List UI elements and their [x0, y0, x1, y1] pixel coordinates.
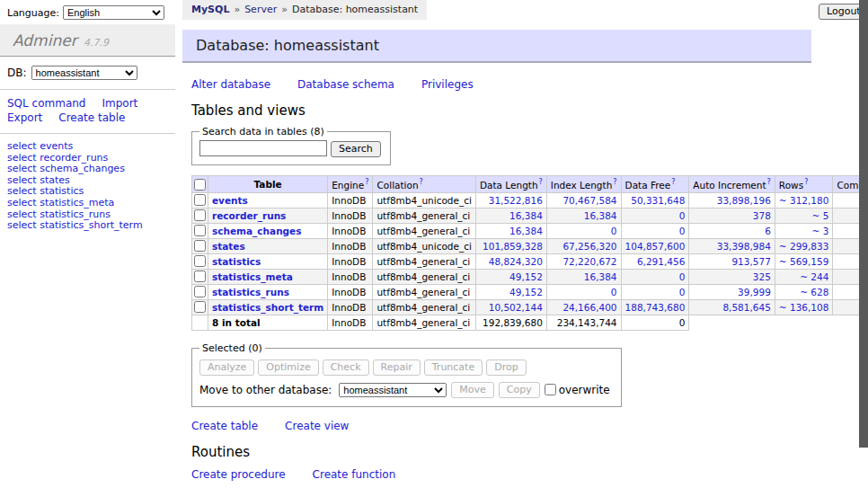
link-create-table[interactable]: Create table — [191, 420, 258, 432]
data-free-link[interactable]: 6,291,456 — [637, 256, 685, 267]
row-checkbox[interactable] — [194, 194, 206, 206]
overwrite-checkbox[interactable] — [545, 384, 556, 395]
link-create-procedure[interactable]: Create procedure — [191, 468, 286, 481]
breadcrumb-item-server[interactable]: Server — [244, 4, 277, 15]
table-link-statistics-meta[interactable]: statistics_meta — [212, 271, 293, 282]
data-length-link[interactable]: 101,859,328 — [483, 241, 543, 252]
rows-link[interactable]: ~ 628 — [800, 287, 828, 297]
data-length-link[interactable]: 49,152 — [509, 271, 543, 282]
data-length-link[interactable]: 31,522,816 — [489, 195, 543, 206]
table-link-events[interactable]: events — [212, 195, 248, 206]
bulk-optimize-button[interactable]: Optimize — [258, 359, 318, 376]
rows-link[interactable]: ~ 136,108 — [779, 302, 829, 313]
table-link-statistics-short-term[interactable]: statistics_short_term — [212, 302, 323, 313]
table-link-schema-changes[interactable]: schema_changes — [212, 226, 302, 236]
index-length-link[interactable]: 67,256,320 — [562, 241, 616, 252]
table-link-recorder-runs[interactable]: recorder_runs — [212, 210, 286, 221]
data-free-link[interactable]: 0 — [679, 210, 686, 221]
index-length-link[interactable]: 70,467,584 — [562, 195, 616, 206]
help-icon[interactable]: ? — [365, 178, 368, 186]
data-free-link[interactable]: 0 — [679, 287, 686, 297]
help-icon[interactable]: ? — [804, 178, 808, 186]
row-checkbox[interactable] — [194, 209, 206, 221]
row-checkbox[interactable] — [194, 301, 206, 313]
bulk-analyze-button[interactable]: Analyze — [199, 359, 254, 376]
scrollbar-thumb[interactable] — [859, 0, 868, 448]
data-length-link[interactable]: 10,502,144 — [489, 302, 543, 313]
rows-link[interactable]: ~ 244 — [800, 271, 828, 282]
select-all-checkbox[interactable] — [194, 179, 206, 191]
bulk-check-button[interactable]: Check — [323, 359, 369, 376]
subnav-privileges[interactable]: Privileges — [421, 78, 474, 91]
row-checkbox[interactable] — [194, 271, 206, 282]
sidebar-action-create-table[interactable]: Create table — [58, 111, 125, 124]
auto-increment-link[interactable]: 6 — [765, 226, 771, 236]
row-checkbox[interactable] — [194, 240, 206, 252]
move-button[interactable]: Move — [451, 382, 494, 398]
index-length-link[interactable]: 16,384 — [584, 271, 617, 282]
search-input[interactable] — [199, 140, 327, 156]
index-length-link[interactable]: 0 — [611, 226, 617, 236]
scrollbar[interactable] — [859, 0, 868, 488]
copy-button[interactable]: Copy — [499, 382, 540, 398]
table-link-statistics-runs[interactable]: statistics_runs — [212, 287, 289, 297]
data-free-link[interactable]: 50,331,648 — [631, 195, 685, 206]
table-link-statistics[interactable]: statistics — [212, 256, 261, 267]
rows-link[interactable]: ~ 299,833 — [779, 241, 829, 252]
subnav-database-schema[interactable]: Database schema — [297, 78, 394, 91]
row-checkbox[interactable] — [194, 255, 206, 267]
index-length-link[interactable]: 24,166,400 — [562, 302, 616, 313]
rows-link[interactable]: ~ 5 — [812, 210, 829, 221]
data-length-link[interactable]: 16,384 — [509, 226, 543, 236]
move-db-select[interactable]: homeassistant — [339, 383, 447, 397]
sidebar-action-import[interactable]: Import — [102, 97, 137, 110]
row-checkbox-cell — [192, 223, 208, 238]
index-length-link[interactable]: 16,384 — [584, 210, 617, 221]
auto-increment-link[interactable]: 39,999 — [738, 287, 771, 297]
rows-link[interactable]: ~ 312,180 — [779, 195, 829, 206]
sidebar-action-sql-command[interactable]: SQL command — [7, 97, 85, 110]
bulk-drop-button[interactable]: Drop — [486, 359, 526, 376]
help-icon[interactable]: ? — [539, 178, 543, 186]
auto-increment-link[interactable]: 325 — [753, 271, 771, 282]
auto-increment-link[interactable]: 378 — [753, 210, 771, 221]
row-checkbox[interactable] — [194, 286, 206, 297]
rows-link[interactable]: ~ 569,159 — [779, 256, 829, 267]
rows-link[interactable]: ~ 3 — [812, 226, 829, 236]
breadcrumb-item-mysql[interactable]: MySQL — [191, 4, 229, 15]
table-link-states[interactable]: states — [212, 241, 245, 252]
sidebar-action-export[interactable]: Export — [7, 111, 42, 124]
subnav-alter-database[interactable]: Alter database — [191, 78, 270, 91]
index-length-link[interactable]: 72,220,672 — [562, 256, 616, 267]
overwrite-label[interactable]: overwrite — [559, 384, 610, 396]
data-free-link[interactable]: 0 — [679, 271, 686, 282]
data-free-link[interactable]: 104,857,600 — [625, 241, 686, 252]
db-select[interactable]: homeassistant — [31, 66, 137, 80]
data-length-link[interactable]: 16,384 — [509, 210, 543, 221]
data-free-link[interactable]: 0 — [679, 226, 686, 236]
data-free-link[interactable]: 188,743,680 — [625, 302, 686, 313]
sidebar-item-select-statistics-short-term[interactable]: select statistics_short_term — [7, 220, 175, 232]
auto-increment-link[interactable]: 33,398,984 — [717, 241, 771, 252]
help-icon[interactable]: ? — [671, 178, 675, 186]
row-checkbox[interactable] — [194, 225, 206, 236]
language-select[interactable]: English — [63, 5, 164, 20]
link-create-function[interactable]: Create function — [313, 468, 396, 481]
search-button[interactable]: Search — [331, 141, 381, 157]
help-icon[interactable]: ? — [767, 178, 771, 186]
breadcrumb: MySQL»Server»Database: homeassistant — [182, 0, 427, 20]
data-length-link[interactable]: 49,152 — [509, 287, 543, 297]
bulk-repair-button[interactable]: Repair — [373, 359, 421, 376]
link-create-view[interactable]: Create view — [285, 420, 349, 432]
auto-increment-link[interactable]: 8,581,645 — [722, 302, 770, 313]
help-icon[interactable]: ? — [420, 178, 423, 186]
help-icon[interactable]: ? — [613, 178, 616, 186]
bulk-truncate-button[interactable]: Truncate — [424, 359, 483, 376]
sidebar-item-select-schema-changes[interactable]: select schema_changes — [7, 164, 175, 175]
sidebar-item-select-statistics-meta[interactable]: select statistics_meta — [7, 198, 175, 209]
sidebar-item-select-events[interactable]: select events — [7, 141, 175, 153]
index-length-link[interactable]: 0 — [611, 287, 617, 297]
data-length-link[interactable]: 48,824,320 — [489, 256, 543, 267]
auto-increment-link[interactable]: 913,577 — [731, 256, 770, 267]
auto-increment-link[interactable]: 33,898,196 — [717, 195, 771, 206]
